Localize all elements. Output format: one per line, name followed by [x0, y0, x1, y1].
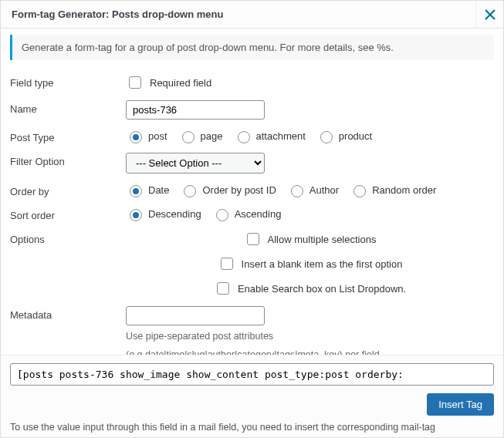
- radio-post[interactable]: [130, 131, 142, 143]
- label-order-by: Order by: [10, 183, 126, 197]
- metadata-help-2: (e.g.date|time|slug|author|category|tags…: [126, 349, 382, 355]
- orderby-random[interactable]: Random order: [350, 183, 436, 197]
- sort-desc[interactable]: Descending: [126, 207, 201, 221]
- label-options: Options: [10, 231, 126, 245]
- label-field-type: Field type: [10, 74, 126, 89]
- radio-id[interactable]: [184, 185, 196, 197]
- filter-option-select[interactable]: --- Select Option ---: [126, 153, 265, 174]
- radio-random[interactable]: [353, 185, 366, 197]
- label-name: Name: [10, 100, 126, 115]
- option-multiple[interactable]: Allow multiple selections: [244, 231, 377, 248]
- required-checkbox[interactable]: [129, 76, 141, 89]
- required-field-option[interactable]: Required field: [126, 74, 211, 91]
- label-post-type: Post Type: [10, 129, 126, 143]
- metadata-input[interactable]: [126, 306, 265, 325]
- row-name: Name: [10, 96, 494, 124]
- metadata-help-1: Use pipe-separated post attributes: [126, 330, 273, 344]
- close-icon: [485, 9, 496, 20]
- label-filter-option: Filter Option: [10, 153, 126, 167]
- shortcode-output[interactable]: [10, 363, 494, 386]
- radio-attachment[interactable]: [238, 131, 250, 143]
- checkbox-blank[interactable]: [221, 258, 233, 270]
- option-blank[interactable]: Insert a blank item as the first option: [218, 255, 403, 272]
- post-type-post[interactable]: post: [126, 129, 167, 143]
- row-sort-order: Sort order Descending Ascending: [10, 202, 494, 226]
- post-type-product[interactable]: product: [316, 129, 372, 143]
- radio-asc[interactable]: [216, 209, 228, 221]
- row-options: Options Allow multiple selections Insert…: [10, 226, 494, 302]
- row-post-type: Post Type post page attachment product: [10, 124, 494, 148]
- row-filter-option: Filter Option --- Select Option ---: [10, 148, 494, 178]
- radio-page[interactable]: [182, 131, 194, 143]
- modal-body: Generate a form-tag for a group of post …: [1, 29, 503, 355]
- orderby-id[interactable]: Order by post ID: [180, 183, 276, 197]
- footer-note: To use the value input through this fiel…: [10, 422, 494, 433]
- post-type-attachment[interactable]: attachment: [234, 129, 306, 143]
- radio-date[interactable]: [130, 185, 142, 197]
- required-label: Required field: [150, 77, 211, 89]
- radio-desc[interactable]: [130, 209, 142, 221]
- radio-product[interactable]: [320, 131, 333, 143]
- row-field-type: Field type Required field: [10, 69, 494, 96]
- row-metadata: Metadata Use pipe-separated post attribu…: [10, 302, 494, 355]
- name-input[interactable]: [126, 100, 265, 120]
- orderby-date[interactable]: Date: [126, 183, 169, 197]
- intro-banner: Generate a form-tag for a group of post …: [10, 35, 494, 60]
- checkbox-search[interactable]: [217, 282, 229, 295]
- post-type-page[interactable]: page: [178, 129, 223, 143]
- modal-title: Form-tag Generator: Posts drop-down menu: [12, 8, 223, 20]
- option-search[interactable]: Enable Search box on List Dropdown.: [214, 280, 406, 297]
- orderby-author[interactable]: Author: [287, 183, 339, 197]
- sort-asc[interactable]: Ascending: [212, 207, 282, 221]
- label-metadata: Metadata: [10, 306, 126, 321]
- radio-author[interactable]: [291, 185, 303, 197]
- insert-tag-button[interactable]: Insert Tag: [427, 393, 494, 416]
- modal-footer: Insert Tag To use the value input throug…: [1, 355, 503, 437]
- label-sort-order: Sort order: [10, 207, 126, 221]
- close-button[interactable]: [475, 1, 503, 29]
- form-tag-modal: Form-tag Generator: Posts drop-down menu…: [0, 0, 504, 438]
- checkbox-multiple[interactable]: [247, 233, 259, 245]
- row-order-by: Order by Date Order by post ID Author Ra…: [10, 178, 494, 202]
- modal-header: Form-tag Generator: Posts drop-down menu: [1, 1, 503, 29]
